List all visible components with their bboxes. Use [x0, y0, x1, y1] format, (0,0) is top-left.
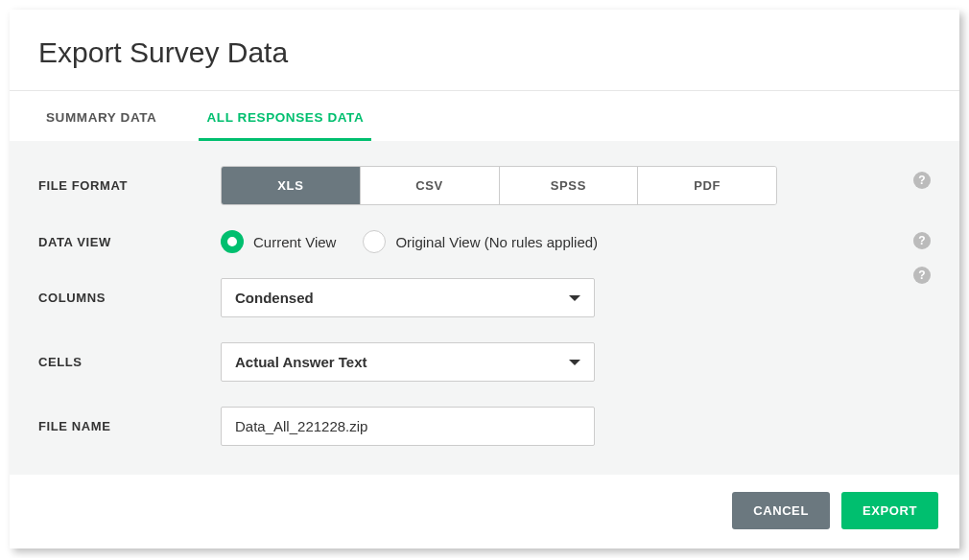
tab-bar: SUMMARY DATA ALL RESPONSES DATA: [10, 91, 959, 141]
dialog-footer: CANCEL EXPORT: [10, 475, 959, 548]
dialog-header: Export Survey Data: [10, 10, 959, 91]
radio-current-view-label: Current View: [253, 234, 336, 250]
label-file-name: FILE NAME: [38, 419, 221, 433]
row-file-name: FILE NAME: [38, 407, 931, 446]
columns-select-value: Condensed: [235, 290, 314, 306]
cancel-button[interactable]: CANCEL: [732, 492, 830, 529]
tab-summary-data[interactable]: SUMMARY DATA: [38, 91, 164, 141]
file-format-spss[interactable]: SPSS: [500, 167, 639, 204]
help-icon[interactable]: ?: [913, 172, 931, 189]
help-icon[interactable]: ?: [913, 267, 931, 284]
form-area: FILE FORMAT XLS CSV SPSS PDF ? DATA VIEW…: [10, 141, 959, 475]
tab-all-responses-data[interactable]: ALL RESPONSES DATA: [199, 91, 371, 141]
file-format-xls[interactable]: XLS: [222, 167, 361, 204]
cells-select[interactable]: Actual Answer Text: [221, 342, 595, 382]
row-cells: CELLS Actual Answer Text: [38, 342, 931, 382]
cells-select-value: Actual Answer Text: [235, 354, 367, 370]
label-columns: COLUMNS: [38, 291, 221, 305]
label-cells: CELLS: [38, 355, 221, 369]
radio-current-view[interactable]: Current View: [221, 230, 336, 253]
radio-checked-icon: [221, 230, 244, 253]
file-format-group: XLS CSV SPSS PDF: [221, 166, 777, 205]
file-name-input[interactable]: [221, 407, 595, 446]
export-dialog: Export Survey Data SUMMARY DATA ALL RESP…: [10, 10, 959, 548]
columns-select[interactable]: Condensed: [221, 278, 595, 317]
help-icon[interactable]: ?: [913, 232, 931, 249]
row-file-format: FILE FORMAT XLS CSV SPSS PDF ?: [38, 166, 931, 205]
file-format-pdf[interactable]: PDF: [638, 167, 776, 204]
row-data-view: DATA VIEW Current View Original View (No…: [38, 230, 931, 253]
file-format-csv[interactable]: CSV: [361, 167, 500, 204]
label-data-view: DATA VIEW: [38, 235, 221, 249]
export-button[interactable]: EXPORT: [841, 492, 938, 529]
radio-original-view[interactable]: Original View (No rules applied): [363, 230, 598, 253]
dialog-title: Export Survey Data: [38, 36, 931, 69]
chevron-down-icon: [569, 295, 580, 301]
row-columns: COLUMNS Condensed ?: [38, 278, 931, 317]
data-view-radio-group: Current View Original View (No rules app…: [221, 230, 598, 253]
radio-original-view-label: Original View (No rules applied): [395, 234, 598, 250]
label-file-format: FILE FORMAT: [38, 178, 221, 193]
radio-unchecked-icon: [363, 230, 386, 253]
chevron-down-icon: [569, 360, 580, 365]
